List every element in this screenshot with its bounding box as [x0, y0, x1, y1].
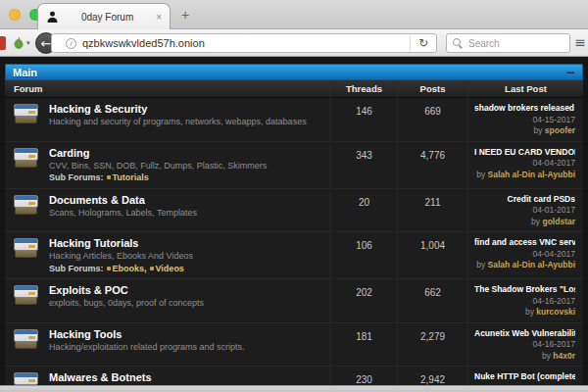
last-post-link[interactable]: Credit card PSDs: [474, 194, 575, 205]
tab-bar: 0day Forum × +: [0, 0, 588, 29]
posts-count: 4,776: [397, 142, 467, 188]
forum-description: Hacking Articles, Ebooks And Videos: [49, 251, 193, 262]
subforum-link[interactable]: Ebooks: [107, 264, 145, 273]
last-post-link[interactable]: The Shadow Brokers "Lost ...: [474, 284, 575, 295]
by-label: by: [525, 307, 534, 317]
table-row: Documents & Data Scans, Holograms, Label…: [5, 188, 583, 232]
last-post-byline: by kurcovski: [474, 307, 575, 318]
browser-window: 0day Forum × + ▾ ← i qzbkwswkvlded57h.on…: [0, 0, 588, 392]
last-post-date: 04-16-2017: [474, 339, 575, 350]
site-info-icon[interactable]: i: [66, 38, 76, 49]
threads-count: 230: [330, 367, 397, 385]
subforums-label: Sub Forums:: [49, 172, 104, 182]
threads-count: 343: [330, 142, 397, 188]
back-arrow-icon: ←: [41, 36, 52, 51]
forum-title-link[interactable]: Malwares & Botnets: [49, 371, 207, 383]
last-post-user-link[interactable]: Salah al-Din al-Ayubbi: [488, 170, 575, 179]
last-post-date: 04-15-2017: [474, 115, 575, 125]
by-label: by: [533, 125, 542, 135]
category-header[interactable]: Main −: [5, 64, 583, 80]
site-favicon-icon: [46, 11, 59, 24]
subforum-bullet-icon: [150, 267, 154, 270]
table-row: Hacking Tutorials Hacking Articles, Eboo…: [5, 231, 583, 278]
forum-description: Hacking/exploitation related programs an…: [49, 342, 245, 353]
search-icon: [453, 38, 464, 49]
table-row: Exploits & POC exploits, bugs, 0days, pr…: [5, 278, 583, 322]
forum-description: Scans, Holograms, Labels, Templates: [49, 208, 197, 219]
subforums-label: Sub Forums:: [49, 264, 104, 273]
forum-description: CVV, Bins, SSN, DOB, Fullz, Dumps, Plast…: [49, 161, 267, 172]
column-threads: Threads: [330, 80, 397, 97]
last-post-byline: by spoofer: [474, 125, 575, 136]
forum-card-icon: [14, 372, 40, 385]
forum-card-icon: [14, 104, 40, 123]
posts-count: 1,004: [397, 232, 467, 278]
last-post-link[interactable]: I NEED EU CARD VENDOR: [474, 147, 575, 158]
last-post-user-link[interactable]: kurcovski: [536, 307, 575, 317]
last-post-date: 04-04-2017: [474, 158, 575, 169]
forum-title-link[interactable]: Exploits & POC: [49, 284, 204, 296]
forum-title-link[interactable]: Hacking Tutorials: [49, 237, 193, 249]
url-text[interactable]: qzbkwswkvlded57h.onion: [82, 37, 410, 49]
forum-description: exploits, bugs, 0days, proof of concepts: [49, 298, 204, 309]
forum-description: Hacking and security of programs, networ…: [49, 117, 307, 127]
search-placeholder: Search: [468, 38, 500, 49]
posts-count: 669: [397, 98, 467, 141]
threads-count: 106: [330, 232, 397, 278]
url-bar[interactable]: i qzbkwswkvlded57h.onion ↻: [51, 33, 437, 53]
threads-count: 20: [330, 189, 397, 232]
close-tab-icon[interactable]: ×: [156, 12, 162, 23]
last-post-user-link[interactable]: spoofer: [545, 125, 575, 135]
threads-count: 181: [330, 323, 397, 367]
subforum-link[interactable]: Videos: [150, 264, 184, 273]
tab-title: 0day Forum: [65, 12, 150, 23]
collapse-icon[interactable]: −: [565, 66, 575, 79]
navigation-toolbar: ▾ ← i qzbkwswkvlded57h.onion ↻ Search ≡: [0, 29, 588, 57]
posts-count: 2,942: [397, 367, 467, 385]
torbutton[interactable]: ▾: [12, 36, 30, 50]
subforum-bullet-icon: [107, 267, 111, 270]
forum-card-icon: [14, 329, 40, 349]
forum-card-icon: [14, 195, 40, 215]
forum-rows: Hacking & Security Hacking and security …: [5, 98, 583, 385]
last-post-date: 04-16-2017: [474, 296, 575, 307]
by-label: by: [542, 351, 551, 361]
last-post-link[interactable]: shadow brokers released p...: [474, 103, 575, 114]
forum-card-icon: [14, 238, 40, 258]
last-post-byline: by Salah al-Din al-Ayubbi: [474, 260, 575, 270]
minimize-button[interactable]: [9, 9, 21, 21]
last-post-user-link[interactable]: h4x0r: [553, 351, 575, 361]
last-post-byline: by Salah al-Din al-Ayubbi: [474, 170, 575, 180]
posts-count: 2,279: [397, 323, 467, 367]
last-post-date: 04-01-2017: [474, 205, 575, 216]
table-row: Hacking & Security Hacking and security …: [5, 98, 583, 141]
clipped-addon-icon[interactable]: [0, 36, 6, 50]
caret-down-icon: ▾: [26, 39, 30, 47]
forum-title-link[interactable]: Hacking & Security: [49, 103, 307, 115]
last-post-user-link[interactable]: Salah al-Din al-Ayubbi: [488, 260, 575, 270]
last-post-byline: by h4x0r: [474, 351, 575, 362]
last-post-link[interactable]: Acunetix Web Vulnerabilit...: [474, 328, 575, 339]
forum-title-link[interactable]: Carding: [49, 147, 267, 159]
new-tab-button[interactable]: +: [181, 7, 189, 23]
window-bottom-edge: [0, 385, 588, 392]
last-post-link[interactable]: find and access VNC serve...: [474, 237, 575, 248]
threads-count: 146: [330, 98, 397, 141]
last-post-date: 04-04-2017: [474, 249, 575, 260]
onion-icon: [12, 36, 25, 50]
last-post-user-link[interactable]: goldstar: [542, 217, 575, 226]
reload-icon[interactable]: ↻: [410, 36, 430, 50]
by-label: by: [476, 170, 485, 179]
browser-tab[interactable]: 0day Forum ×: [37, 3, 171, 30]
forum-card-icon: [14, 148, 40, 168]
last-post-byline: by goldstar: [474, 217, 575, 227]
menu-icon[interactable]: ≡: [574, 34, 586, 50]
last-post-link[interactable]: Nuke HTTP Bot (complete s...: [474, 371, 575, 382]
posts-count: 662: [397, 279, 467, 322]
by-label: by: [531, 217, 540, 226]
search-box[interactable]: Search: [446, 33, 570, 53]
table-header: Forum Threads Posts Last Post: [5, 80, 583, 98]
subforum-link[interactable]: Tutorials: [107, 172, 149, 182]
forum-title-link[interactable]: Documents & Data: [49, 194, 197, 206]
forum-title-link[interactable]: Hacking Tools: [49, 328, 245, 340]
